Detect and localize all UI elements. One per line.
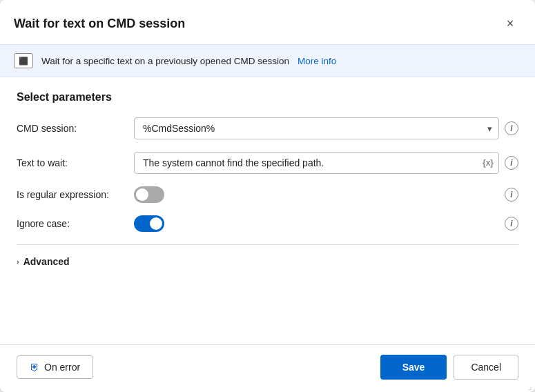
footer: ⛨ On error Save Cancel: [0, 344, 535, 392]
info-banner: ⬛ Wait for a specific text on a previous…: [0, 44, 535, 77]
advanced-section[interactable]: › Advanced: [17, 251, 518, 273]
dialog-title: Wait for text on CMD session: [14, 17, 185, 31]
cmd-session-select-wrapper: %CmdSession% ▾: [134, 117, 499, 139]
divider: [17, 244, 518, 245]
cmd-icon: ⬛: [14, 53, 33, 68]
ignore-case-control: i: [134, 215, 518, 232]
close-button[interactable]: ×: [499, 12, 521, 35]
cancel-button[interactable]: Cancel: [454, 355, 518, 380]
more-info-link[interactable]: More info: [298, 56, 336, 66]
ignore-case-label: Ignore case:: [17, 218, 127, 229]
on-error-label: On error: [44, 362, 80, 373]
is-regular-expression-toggle[interactable]: [134, 186, 164, 203]
is-regular-expression-row: Is regular expression: i: [17, 186, 518, 203]
cmd-session-select[interactable]: %CmdSession%: [134, 117, 499, 139]
text-to-wait-row: Text to wait: {x} i: [17, 152, 518, 174]
cmd-session-row: CMD session: %CmdSession% ▾ i: [17, 117, 518, 139]
text-to-wait-input-wrapper: {x}: [134, 152, 499, 174]
text-to-wait-control: {x} i: [134, 152, 518, 174]
shield-icon: ⛨: [30, 362, 39, 373]
toggle-slider-off: [134, 186, 164, 203]
resize-handle: ⌟: [528, 382, 532, 391]
ignore-case-toggle[interactable]: [134, 215, 164, 232]
text-to-wait-input[interactable]: [134, 152, 499, 174]
is-regular-expression-info-icon[interactable]: i: [505, 188, 518, 202]
is-regular-expression-control: i: [134, 186, 518, 203]
info-banner-text: Wait for a specific text on a previously…: [41, 56, 289, 66]
is-regular-expression-toggle-container: [134, 186, 164, 203]
advanced-chevron-icon: ›: [17, 257, 19, 266]
is-regular-expression-label: Is regular expression:: [17, 189, 127, 200]
ignore-case-toggle-container: [134, 215, 164, 232]
cmd-session-info-icon[interactable]: i: [505, 121, 518, 135]
title-bar: Wait for text on CMD session ×: [0, 0, 535, 44]
content-area: Select parameters CMD session: %CmdSessi…: [0, 77, 535, 344]
toggle-slider-on: [134, 215, 164, 232]
dialog: Wait for text on CMD session × ⬛ Wait fo…: [0, 0, 535, 392]
ignore-case-info-icon[interactable]: i: [505, 217, 518, 231]
text-to-wait-label: Text to wait:: [17, 157, 127, 168]
save-button[interactable]: Save: [380, 355, 447, 380]
text-to-wait-info-icon[interactable]: i: [505, 156, 518, 170]
ignore-case-row: Ignore case: i: [17, 215, 518, 232]
cmd-session-control: %CmdSession% ▾ i: [134, 117, 518, 139]
cmd-session-label: CMD session:: [17, 123, 127, 134]
variable-button[interactable]: {x}: [483, 158, 494, 168]
advanced-label: Advanced: [23, 256, 70, 267]
section-title: Select parameters: [17, 91, 518, 104]
footer-right: Save Cancel: [380, 355, 518, 380]
on-error-button[interactable]: ⛨ On error: [17, 355, 93, 379]
